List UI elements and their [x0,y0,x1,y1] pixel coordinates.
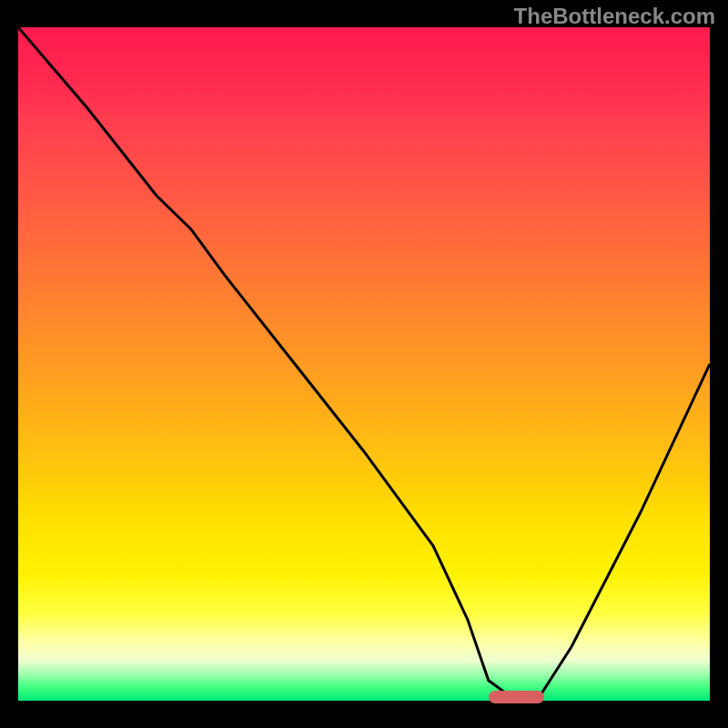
curve-path [18,27,710,701]
bottleneck-curve [18,27,710,701]
plot-area [18,27,710,701]
watermark-text: TheBottleneck.com [514,4,715,29]
optimal-range-marker [489,691,544,703]
